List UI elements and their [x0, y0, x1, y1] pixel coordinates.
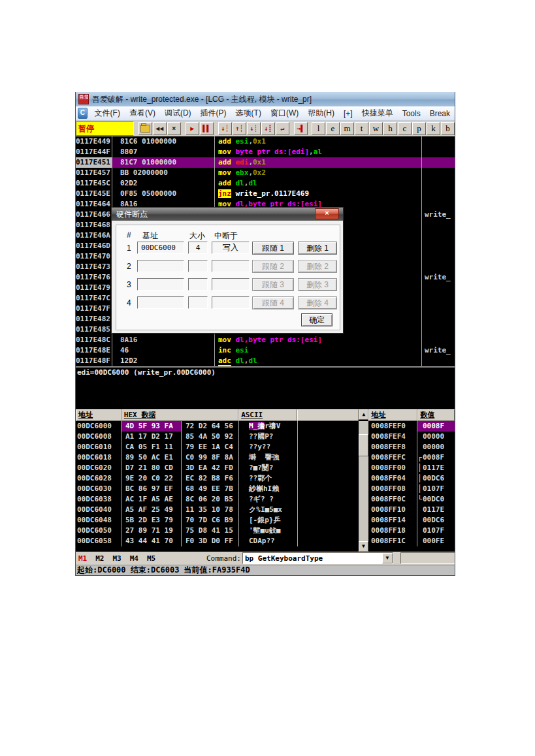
dump-header-hex[interactable]: HEX 数据	[122, 409, 238, 421]
disasm-row[interactable]: 0117E48E46inc esiwrite_	[76, 345, 455, 356]
size-field[interactable]	[188, 260, 208, 272]
stack-row[interactable]: 0008FF1C000FE	[368, 536, 455, 546]
toolbar-button-rewind-icon[interactable]: ◀◀	[153, 122, 167, 135]
dump-scroll-thumb[interactable]	[359, 434, 368, 456]
dialog-close-icon[interactable]: ×	[315, 208, 339, 219]
menu-item-9[interactable]: Tools	[398, 109, 425, 118]
toolbar-letter-l[interactable]: l	[312, 122, 325, 135]
memory-tab-M4[interactable]: M4	[130, 554, 138, 563]
stack-row[interactable]: 0008FEFC┌0008F	[368, 452, 455, 463]
menu-item-2[interactable]: 调试(D)	[160, 108, 196, 119]
toolbar-button-animate-over-icon[interactable]: ↓┋	[261, 122, 275, 135]
dump-row[interactable]: 00DC6010CA 05 F1 1179 EE 1A C4??y??	[76, 442, 359, 452]
break-on-field[interactable]	[212, 278, 250, 291]
menu-item-4[interactable]: 选项(T)	[231, 108, 266, 119]
dump-row[interactable]: 00DC6038AC 1F A5 AE8C 06 20 B5?ギ? ?	[76, 494, 359, 505]
base-address-field[interactable]	[137, 296, 184, 309]
base-address-field[interactable]	[137, 278, 184, 291]
disasm-row[interactable]: 0117E48F12D2adc dl,dl	[76, 356, 455, 366]
menu-item-1[interactable]: 查看(V)	[125, 108, 160, 119]
disasm-row[interactable]: 0117E44981C6 01000000add esi,0x1	[76, 136, 455, 147]
dump-row[interactable]: 00DC60004D 5F 93 FA72 D2 64 56M_擔r禱V	[76, 421, 359, 432]
menu-item-8[interactable]: 快捷菜单	[357, 108, 398, 119]
dump-row[interactable]: 00DC6008A1 17 D2 1785 4A 50 92??國P?	[76, 432, 359, 442]
size-field[interactable]: 4	[188, 242, 208, 254]
toolbar-letter-c[interactable]: c	[398, 122, 412, 135]
menu-item-6[interactable]: 帮助(H)	[303, 108, 339, 119]
dump-header-ascii[interactable]: ASCII	[238, 409, 297, 421]
memory-tab-M2[interactable]: M2	[95, 554, 104, 563]
dump-row[interactable]: 00DC605843 44 41 70F0 3D D0 FFCDAp??	[76, 536, 359, 546]
mdi-child-icon[interactable]: C	[78, 108, 88, 119]
toolbar-button-step-over-icon[interactable]: ↑┆	[233, 122, 246, 135]
toolbar-letter-m[interactable]: m	[340, 122, 354, 135]
title-bar[interactable]: 吾愛 吾爱破解 - write_protected.exe - [LCG - 主…	[76, 92, 455, 106]
dump-row[interactable]: 00DC60485B 2D E3 7970 7D C6 B9[-銀p}乒	[76, 515, 359, 526]
dump-scrollbar[interactable]: ▼	[359, 421, 368, 552]
toolbar-letter-k[interactable]: k	[427, 122, 440, 135]
stack-row[interactable]: 0008FEF800000	[368, 442, 455, 452]
toolbar-button-run-icon[interactable]: ▶	[186, 122, 199, 135]
base-address-field[interactable]	[137, 260, 184, 272]
dump-row[interactable]: 00DC605027 89 71 1975 D8 41 15'塹■u鈙■	[76, 526, 359, 536]
toolbar-button-open-file-icon[interactable]	[138, 122, 152, 135]
break-on-field[interactable]	[212, 260, 250, 272]
delete-button-1[interactable]: 删除 1	[298, 242, 337, 255]
menu-item-3[interactable]: 插件(P)	[196, 108, 231, 119]
size-field[interactable]	[188, 278, 208, 291]
dialog-title-bar[interactable]: 硬件断点 ×	[112, 208, 343, 221]
ok-button[interactable]: 确定	[301, 313, 332, 326]
follow-button-1[interactable]: 跟随 1	[252, 242, 294, 255]
break-on-field[interactable]: 写入	[212, 242, 250, 254]
disasm-row[interactable]: 0117E45181C7 01000000add edi,0x1	[76, 157, 455, 168]
dump-row[interactable]: 00DC601889 50 AC E1C0 99 8F 8A塒 謦強	[76, 452, 359, 463]
toolbar-letter-b[interactable]: b	[441, 122, 455, 135]
dump-row[interactable]: 00DC60289E 20 C0 22EC 82 B8 F6??鄿个	[76, 473, 359, 484]
break-on-field[interactable]	[212, 296, 250, 309]
stack-row[interactable]: 0008FF100117E	[368, 505, 455, 515]
menu-item-5[interactable]: 窗口(W)	[266, 108, 303, 119]
memory-tab-M3[interactable]: M3	[113, 554, 122, 563]
disasm-row[interactable]: 0117E44F8807mov byte ptr ds:[edi],al	[76, 147, 455, 157]
dump-scroll-down-icon[interactable]: ▼	[359, 541, 368, 552]
toolbar-button-execute-till-user-icon[interactable]: →▌	[294, 122, 308, 135]
dump-scroll-up-icon[interactable]: ▲	[359, 409, 368, 420]
menu-item-0[interactable]: 文件(F)	[90, 108, 125, 119]
stack-row[interactable]: 0008FEF00008F	[368, 421, 455, 432]
toolbar-button-animate-into-icon[interactable]: ↓┊	[247, 122, 261, 135]
toolbar-letter-w[interactable]: w	[369, 122, 383, 135]
stack-row[interactable]: 0008FF1400DC6	[368, 515, 455, 526]
stack-row[interactable]: 0008FF04│00DC6	[368, 473, 455, 484]
menu-item-7[interactable]: [+]	[339, 109, 357, 118]
toolbar-letter-t[interactable]: t	[355, 122, 368, 135]
stack-row[interactable]: 0008FEF400000	[368, 432, 455, 442]
memory-tab-M1[interactable]: M1	[78, 554, 87, 563]
toolbar-button-close-icon[interactable]: ×	[167, 122, 181, 135]
stack-header-address[interactable]: 地址	[368, 409, 417, 421]
stack-row[interactable]: 0008FF0C└00DC0	[368, 494, 455, 505]
dump-header-address[interactable]: 地址	[76, 409, 122, 421]
disasm-row[interactable]: 0117E48C8A16mov dl,byte ptr ds:[esi]	[76, 335, 455, 345]
toolbar-letter-e[interactable]: e	[326, 122, 340, 135]
disasm-row[interactable]: 0117E45C02D2add dl,dl	[76, 178, 455, 189]
stack-row[interactable]: 0008FF180107F	[368, 526, 455, 536]
size-field[interactable]	[188, 296, 208, 309]
memory-tab-M5[interactable]: M5	[147, 554, 155, 563]
dump-row[interactable]: 00DC6020D7 21 80 CD3D EA 42 FD?■?闄?	[76, 463, 359, 473]
stack-row[interactable]: 0008FF00│0117E	[368, 463, 455, 473]
disasm-row[interactable]: 0117E457BB 02000000mov ebx,0x2	[76, 168, 455, 178]
command-input[interactable]: bp GetKeyboardType	[243, 554, 382, 563]
dump-row[interactable]: 00DC6040A5 AF 25 4911 35 10 78ク%I■5■x	[76, 505, 359, 515]
stack-row[interactable]: 0008FF08│0107F	[368, 484, 455, 494]
toolbar-letter-p[interactable]: p	[412, 122, 426, 135]
combo-dropdown-icon[interactable]: ▼	[382, 553, 393, 563]
menu-item-10[interactable]: Break	[425, 109, 455, 118]
base-address-field[interactable]: 00DC6000	[137, 242, 184, 254]
disasm-row[interactable]: 0117E45E0F85 05000000jnz write_pr.0117E4…	[76, 189, 455, 199]
stack-header-value[interactable]: 数值	[417, 409, 455, 421]
toolbar-button-pause-icon[interactable]: ▌▌	[200, 122, 214, 135]
command-combobox[interactable]: bp GetKeyboardType ▼	[242, 552, 393, 564]
toolbar-button-step-into-icon[interactable]: ↓┆	[218, 122, 232, 135]
toolbar-letter-h[interactable]: h	[383, 122, 397, 135]
toolbar-button-execute-till-return-icon[interactable]: ↵	[276, 122, 289, 135]
